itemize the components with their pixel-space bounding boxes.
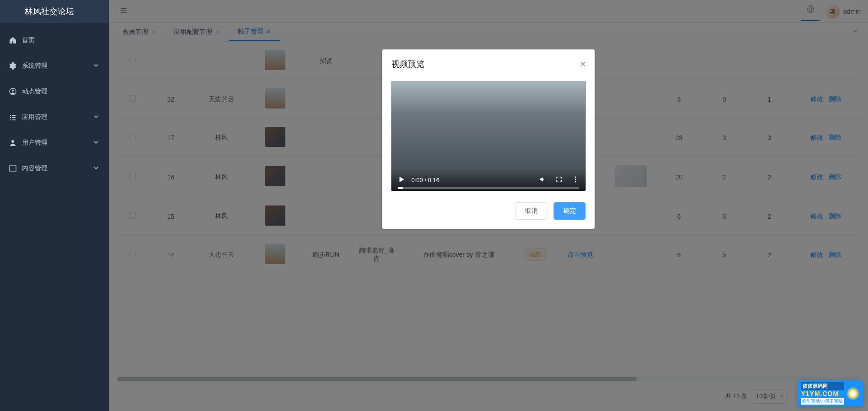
video-time: 0:00 / 0:16	[412, 177, 439, 184]
chevron-down-icon	[92, 113, 100, 122]
sidebar-item-dynamic[interactable]: 动态管理	[0, 79, 109, 104]
cancel-button[interactable]: 取消	[515, 202, 547, 220]
modal-title: 视频预览	[391, 59, 580, 70]
play-icon[interactable]	[398, 176, 405, 184]
sidebar-item-app[interactable]: 应用管理	[0, 104, 109, 130]
watermark-badge: 依依源码网 Y1YM.COM 软件/游戏/小程序/模版	[797, 380, 863, 406]
sidebar-menu: 首页 系统管理 动态管理 应用管理 用户管理	[0, 23, 109, 181]
sidebar-item-label: 内容管理	[22, 164, 48, 173]
svg-point-1	[12, 90, 14, 92]
confirm-button[interactable]: 确定	[554, 202, 586, 220]
user-circle-icon	[9, 88, 16, 95]
video-progress[interactable]	[398, 187, 579, 189]
grid-icon	[9, 165, 16, 172]
sidebar: 林风社交论坛 首页 系统管理 动态管理 应用管理 用户管理	[0, 0, 109, 411]
video-player[interactable]: 0:00 / 0:16	[391, 81, 586, 191]
user-icon	[9, 139, 16, 146]
gear-icon	[9, 62, 16, 70]
sidebar-item-label: 系统管理	[22, 62, 48, 70]
modal-header: 视频预览 ✕	[382, 49, 595, 74]
chevron-down-icon	[92, 139, 100, 147]
watermark-text: 依依源码网	[801, 382, 844, 390]
sidebar-item-label: 首页	[22, 36, 35, 44]
watermark-icon	[846, 387, 860, 400]
svg-point-5	[575, 178, 576, 180]
modal-footer: 取消 确定	[382, 198, 595, 229]
chevron-down-icon	[92, 62, 100, 70]
watermark-domain: Y1YM.COM	[801, 390, 844, 397]
svg-point-4	[575, 176, 576, 178]
more-icon[interactable]	[572, 176, 579, 184]
fullscreen-icon[interactable]	[556, 176, 563, 184]
sidebar-item-label: 应用管理	[22, 113, 48, 121]
watermark-tag: 软件/游戏/小程序/模版	[801, 398, 844, 405]
svg-point-6	[575, 181, 576, 182]
sidebar-item-system[interactable]: 系统管理	[0, 53, 109, 79]
volume-icon[interactable]	[539, 176, 547, 184]
video-preview-modal: 视频预览 ✕ 0:00 / 0:16	[382, 49, 595, 229]
sidebar-item-user[interactable]: 用户管理	[0, 130, 109, 156]
sidebar-item-content[interactable]: 内容管理	[0, 156, 109, 181]
svg-rect-3	[10, 166, 16, 171]
home-icon	[9, 37, 16, 44]
list-icon	[9, 114, 16, 121]
sidebar-item-label: 用户管理	[22, 139, 48, 147]
chevron-down-icon	[92, 164, 100, 173]
modal-body: 0:00 / 0:16	[382, 74, 595, 198]
main: 🍱 admin 会员管理 ✕ 应用配置管理 ✕ 帖子管理 ✕	[109, 0, 868, 411]
sidebar-item-home[interactable]: 首页	[0, 27, 109, 53]
close-icon[interactable]: ✕	[580, 60, 586, 69]
svg-point-2	[11, 140, 14, 143]
app-logo[interactable]: 林风社交论坛	[0, 0, 109, 23]
sidebar-item-label: 动态管理	[22, 87, 48, 96]
